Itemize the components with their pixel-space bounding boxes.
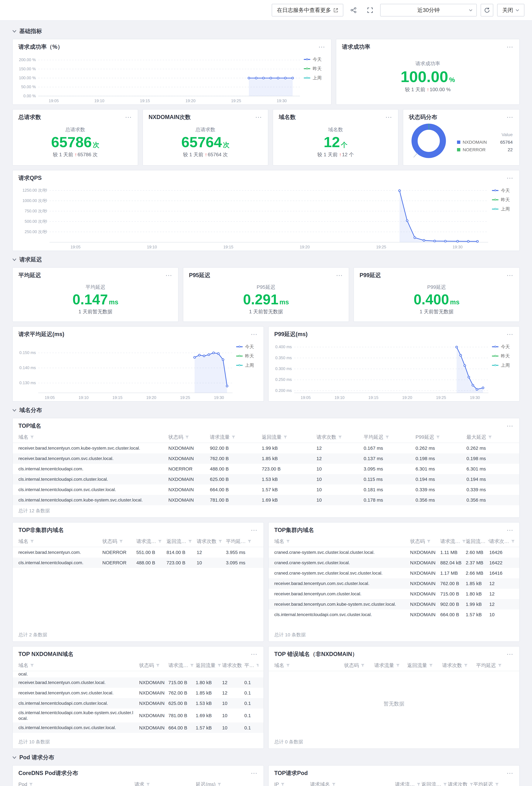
column-header[interactable]: 请求次…: [489, 538, 514, 545]
table-cell: NXDOMAIN: [410, 601, 440, 607]
avg-latency-line-chart[interactable]: 0.130 ms0.140 ms0.150 ms19:0519:1019:151…: [15, 340, 236, 400]
column-header[interactable]: 状态码: [139, 662, 168, 668]
column-header[interactable]: 域名: [18, 538, 102, 545]
column-header[interactable]: 平均延迟: [476, 662, 514, 668]
column-header[interactable]: 返回流…: [421, 781, 448, 786]
column-header[interactable]: 平均延迟: [473, 781, 514, 786]
column-header[interactable]: 请求次数: [442, 662, 476, 668]
legend-item[interactable]: NXDOMAIN65764: [457, 138, 513, 146]
legend-item[interactable]: 昨天: [304, 66, 327, 72]
column-header[interactable]: 请求流量: [210, 434, 262, 440]
column-header[interactable]: 返回流量: [196, 662, 222, 668]
column-header[interactable]: 请求次数: [448, 781, 473, 786]
column-header[interactable]: 状态码: [102, 538, 136, 545]
legend-item[interactable]: 上周: [492, 206, 515, 212]
section-header-pod-distribution[interactable]: Pod 请求分布: [12, 754, 520, 761]
legend-item[interactable]: 今天: [492, 344, 515, 350]
more-menu-icon[interactable]: ⋯: [507, 528, 514, 533]
column-header[interactable]: 延迟(ms): [196, 781, 258, 786]
panel-top-noncluster-domains: TOP非集群内域名⋯ 域名状态码请求流…返回流…请求次数平均延…receiver…: [12, 522, 264, 642]
legend-item[interactable]: 今天: [492, 188, 515, 193]
legend-item[interactable]: 上周: [304, 75, 327, 81]
success-rate-line-chart[interactable]: 0.00 %50.00 %100.00 %150.00 %200.00 %19:…: [15, 53, 304, 103]
qps-line-chart[interactable]: 250.00 次/秒500.00 次/秒750.00 次/秒1000.00 次/…: [15, 184, 492, 250]
more-menu-icon[interactable]: ⋯: [125, 115, 132, 120]
more-menu-icon[interactable]: ⋯: [251, 771, 258, 776]
share-icon[interactable]: [347, 4, 360, 17]
column-header[interactable]: Pod: [18, 781, 134, 786]
fullscreen-icon[interactable]: [364, 4, 376, 17]
panel-title: 请求成功率: [342, 43, 370, 51]
column-header[interactable]: 状态码: [344, 662, 374, 668]
section-header-domain-distribution[interactable]: 域名分布: [12, 407, 520, 414]
column-header[interactable]: 请求域名: [310, 781, 395, 786]
view-in-log-service-button[interactable]: 在日志服务中查看更多: [272, 4, 343, 17]
legend-item[interactable]: 昨天: [492, 197, 515, 203]
column-header[interactable]: 请求流…: [440, 538, 466, 545]
more-menu-icon[interactable]: ⋯: [251, 528, 258, 533]
more-menu-icon[interactable]: ⋯: [507, 424, 514, 429]
table-cell: 0.356 ms: [466, 497, 514, 503]
column-header[interactable]: 请求流…: [168, 662, 196, 668]
more-menu-icon[interactable]: ⋯: [251, 332, 258, 337]
legend-item[interactable]: 昨天: [236, 353, 260, 359]
legend-item[interactable]: 上周: [236, 362, 260, 368]
p99-latency-line-chart[interactable]: 0.200 ms0.250 ms0.300 ms0.350 ms0.400 ms…: [271, 340, 492, 400]
table-row: receiver.barad.tencentyun.com.svc.cluste…: [269, 578, 519, 589]
column-header[interactable]: IP: [274, 781, 310, 786]
filter-funnel-icon: [29, 783, 33, 786]
up-arrow-icon: ↑: [427, 87, 429, 92]
section-header-latency[interactable]: 请求延迟: [12, 256, 520, 263]
legend-value-header: Value: [457, 131, 513, 138]
section-header-basic-metrics[interactable]: 基础指标: [12, 27, 520, 35]
column-header[interactable]: 状态码: [168, 434, 210, 440]
column-header[interactable]: 请求流量: [374, 662, 407, 668]
more-menu-icon[interactable]: ⋯: [507, 273, 514, 278]
column-header[interactable]: 请求流…: [136, 538, 166, 545]
table-cell: 1.53 kB: [262, 476, 317, 482]
panel-title: 请求平均延迟(ms): [18, 330, 64, 338]
more-menu-icon[interactable]: ⋯: [507, 332, 514, 337]
column-header[interactable]: 域名: [274, 662, 344, 668]
legend-item[interactable]: 昨天: [492, 353, 515, 359]
time-range-select[interactable]: 近30分钟: [380, 4, 477, 17]
more-menu-icon[interactable]: ⋯: [336, 273, 343, 278]
more-menu-icon[interactable]: ⋯: [318, 45, 325, 49]
legend-item[interactable]: 今天: [304, 56, 327, 63]
more-menu-icon[interactable]: ⋯: [385, 115, 392, 120]
more-menu-icon[interactable]: ⋯: [507, 771, 514, 776]
column-header[interactable]: 返回流…: [466, 538, 489, 545]
more-menu-icon[interactable]: ⋯: [507, 176, 514, 181]
column-header[interactable]: 请求次数: [197, 538, 226, 545]
more-menu-icon[interactable]: ⋯: [507, 115, 514, 120]
legend-item[interactable]: 今天: [236, 344, 260, 350]
more-menu-icon[interactable]: ⋯: [165, 273, 172, 278]
column-header[interactable]: 返回流量: [407, 662, 442, 668]
table-cell: 10: [197, 560, 226, 566]
legend-item[interactable]: 上周: [492, 362, 515, 368]
column-header[interactable]: 请求: [134, 781, 196, 786]
column-header[interactable]: 返回流…: [166, 538, 197, 545]
column-header[interactable]: 状态码: [410, 538, 440, 545]
more-menu-icon[interactable]: ⋯: [507, 45, 514, 49]
column-header[interactable]: 请求次数: [222, 662, 244, 668]
column-header[interactable]: 请求次数: [317, 434, 364, 440]
column-header[interactable]: 域名: [18, 434, 168, 440]
table-cell: 10: [222, 725, 244, 731]
legend-item[interactable]: NOERROR22: [457, 146, 513, 154]
column-header[interactable]: 请求流…: [395, 781, 421, 786]
column-header[interactable]: 平均延迟: [364, 434, 416, 440]
column-header[interactable]: P99延迟: [416, 434, 466, 440]
refresh-icon-button[interactable]: [481, 4, 493, 17]
column-header[interactable]: 返回流量: [262, 434, 317, 440]
status-code-donut-chart[interactable]: [407, 120, 452, 164]
more-menu-icon[interactable]: ⋯: [507, 652, 514, 656]
column-header[interactable]: 域名: [274, 538, 410, 545]
close-button[interactable]: 关闭: [497, 4, 525, 17]
column-header[interactable]: 平均延…: [226, 538, 258, 545]
more-menu-icon[interactable]: ⋯: [255, 115, 262, 120]
column-header[interactable]: 最大延迟: [466, 434, 514, 440]
column-header[interactable]: 平…: [244, 662, 258, 668]
more-menu-icon[interactable]: ⋯: [251, 652, 258, 656]
column-header[interactable]: 域名: [18, 662, 139, 668]
